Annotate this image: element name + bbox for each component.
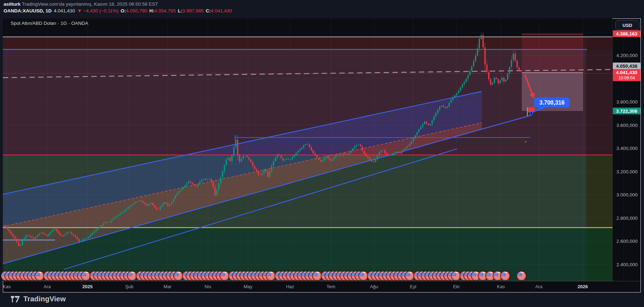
us-flag-icon[interactable] — [358, 271, 368, 281]
us-flag-icon[interactable] — [127, 271, 137, 281]
price-tick-label: 3.200,000 — [614, 169, 640, 174]
time-tick-label: Mar — [164, 284, 171, 289]
price-level-label[interactable]: 4.386,163 — [613, 30, 640, 37]
price-tick-label: 3.800,000 — [614, 99, 640, 105]
us-flag-icon[interactable] — [266, 271, 276, 281]
time-tick-label: Tem — [327, 284, 335, 289]
us-flag-icon[interactable] — [516, 271, 526, 281]
time-tick-label: Nis — [205, 284, 211, 289]
time-tick-label: Ara — [535, 284, 542, 289]
gray-projection-box-top-edge — [522, 72, 583, 73]
price-tick-label: 3.000,000 — [614, 192, 640, 197]
us-flag-event-markers[interactable] — [1, 271, 526, 281]
us-flag-icon[interactable] — [405, 271, 414, 281]
us-flag-icon[interactable] — [81, 271, 91, 281]
us-flag-icon[interactable] — [34, 271, 44, 281]
us-flag-icon[interactable] — [312, 271, 322, 281]
price-tick-label: 4.200,000 — [614, 53, 640, 58]
red-projection-box-top-edge — [522, 34, 583, 34]
time-tick-label: Ağu — [370, 284, 378, 289]
currency-toggle-button[interactable]: USD — [615, 20, 639, 30]
bar-countdown: 10:09:04 — [613, 76, 640, 80]
red-dot-marker — [525, 141, 526, 143]
price-tick-label: 3.600,000 — [614, 123, 640, 128]
tradingview-logo-icon[interactable] — [11, 296, 20, 303]
price-tick-label: 2.600,000 — [614, 239, 640, 244]
time-tick-label: Şub — [125, 284, 133, 289]
us-flag-icon[interactable] — [451, 271, 461, 281]
time-tick-label: 2025 — [83, 284, 93, 289]
us-flag-icon[interactable] — [173, 271, 183, 281]
time-tick-label: Eki — [453, 284, 459, 289]
time-tick-label: Kas — [497, 284, 505, 289]
time-tick-label: Eyl — [410, 284, 416, 289]
callout-price-text: 3.700,316 — [539, 100, 564, 106]
time-tick-label: May — [244, 284, 253, 289]
time-tick-label: Kas — [3, 284, 11, 289]
tradingview-brand-text[interactable]: TradingView — [23, 295, 66, 303]
time-tick-label: Haz — [286, 284, 294, 289]
price-tick-label: 3.400,000 — [614, 146, 640, 151]
callout-anchor-dot — [530, 112, 532, 114]
price-tick-label: 2.400,000 — [614, 262, 640, 267]
time-tick-label: Ara — [44, 284, 51, 289]
price-chart-canvas[interactable]: 3.700,316 — [0, 0, 644, 307]
price-tick-label: 2.800,000 — [614, 216, 640, 221]
price-level-label[interactable]: 4.050,438 — [613, 63, 640, 69]
footer-bar: TradingView — [11, 295, 66, 303]
us-flag-icon[interactable] — [220, 271, 230, 281]
price-level-label[interactable]: 3.722,308 — [613, 108, 640, 115]
chart-legend-title[interactable]: Spot Altın/ABD Doları · 1G · OANDA — [11, 21, 88, 26]
current-price-label[interactable]: 4.041,43010:09:04 — [613, 69, 640, 81]
us-flag-icon[interactable] — [500, 271, 510, 281]
time-tick-label: 2026 — [578, 284, 588, 289]
tradingview-screenshot: asilturk TradingView.com'da yayınlanmış,… — [0, 0, 644, 307]
